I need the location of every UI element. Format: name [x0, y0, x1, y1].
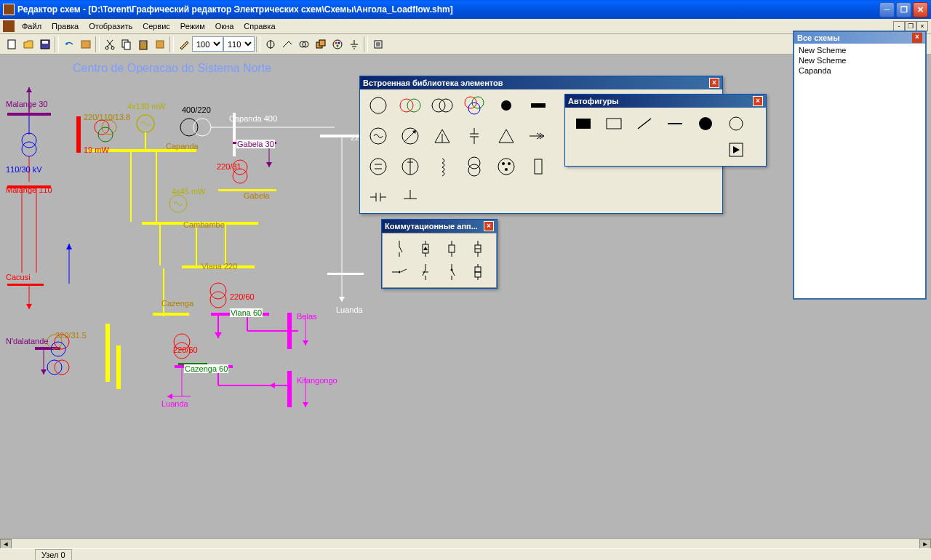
palette-library-title[interactable]: Встроенная библиотека элементов × [360, 76, 722, 89]
sw-7[interactable] [439, 261, 464, 283]
scheme-item-1[interactable]: New Scheme [797, 45, 922, 55]
cut-button[interactable] [101, 36, 118, 52]
palette-switches-close[interactable]: × [484, 221, 494, 231]
svg-rect-80 [287, 313, 292, 349]
label-220-60a: 220/60 [230, 292, 255, 301]
node-button[interactable] [262, 36, 279, 52]
line-button[interactable] [279, 36, 295, 52]
sw-1[interactable] [387, 238, 412, 260]
mdi-restore[interactable]: ❐ [905, 21, 916, 31]
elem-eq[interactable] [364, 155, 392, 178]
elem-2circ[interactable] [428, 94, 456, 117]
list-button[interactable] [369, 36, 386, 52]
shape-line[interactable] [661, 112, 689, 135]
shape-line-diag[interactable] [631, 112, 658, 135]
menu-file[interactable]: Файл [17, 20, 46, 32]
save-button[interactable] [36, 36, 53, 52]
svg-rect-98 [327, 273, 364, 275]
menu-service[interactable]: Сервис [138, 20, 175, 32]
mdi-minimize[interactable]: - [893, 21, 905, 31]
color-button[interactable] [329, 36, 345, 52]
ground-button[interactable] [345, 36, 362, 52]
shape-circle[interactable] [722, 112, 750, 135]
dock-all-schemes[interactable]: Все схемы × New Scheme New Scheme Capand… [793, 31, 927, 300]
elem-rect[interactable] [524, 155, 552, 178]
svg-point-101 [400, 99, 413, 112]
hscroll-left[interactable]: ◄ [0, 539, 12, 549]
sw-3[interactable] [439, 238, 464, 260]
canvas[interactable]: Centro de Operacao do Sistema Norte [0, 55, 931, 538]
shape-rect[interactable] [600, 112, 628, 135]
palette-switches-title[interactable]: Коммутационные апп... × [382, 220, 497, 233]
maximize-button[interactable]: ❐ [896, 2, 911, 17]
svg-point-33 [22, 142, 36, 156]
elem-dot[interactable] [492, 94, 520, 117]
elem-circle[interactable] [364, 94, 392, 117]
menu-edit[interactable]: Правка [47, 20, 83, 32]
shape-tri-play[interactable] [722, 138, 750, 161]
sw-4[interactable] [466, 238, 490, 260]
elem-circline[interactable] [396, 155, 424, 178]
sw-5[interactable] [387, 261, 412, 283]
menu-mode[interactable]: Режим [176, 20, 209, 32]
hscrollbar[interactable]: ◄ ► [0, 538, 931, 548]
menu-help[interactable]: Справка [239, 20, 279, 32]
hscroll-right[interactable]: ► [919, 539, 931, 549]
sw-2[interactable] [413, 238, 438, 260]
elem-cap[interactable] [460, 124, 488, 148]
svg-line-160 [401, 269, 407, 272]
dock-title[interactable]: Все схемы × [794, 32, 925, 44]
palette-library-close[interactable]: × [709, 78, 719, 88]
elem-gnd[interactable] [396, 185, 424, 209]
label-gabela: Gabela [244, 191, 269, 200]
svg-point-100 [370, 97, 386, 113]
elem-2circ-v[interactable] [460, 155, 488, 178]
close-button[interactable]: ✕ [913, 2, 928, 17]
open-button[interactable] [20, 36, 36, 52]
new-button[interactable] [3, 36, 20, 52]
scheme-item-3[interactable]: Capanda [797, 65, 922, 76]
elem-tri[interactable] [428, 124, 456, 148]
minimize-button[interactable]: ─ [879, 2, 895, 17]
menu-windows[interactable]: Окна [211, 20, 239, 32]
label-belas: Belas [297, 312, 317, 321]
sw-8[interactable] [466, 261, 490, 283]
sw-6[interactable] [413, 261, 438, 283]
tool-a[interactable] [77, 36, 94, 52]
elem-coil[interactable] [428, 155, 456, 178]
copy-button[interactable] [118, 36, 135, 52]
hscroll-track[interactable] [12, 539, 919, 548]
pencil-button[interactable] [175, 36, 192, 52]
svg-point-125 [468, 157, 480, 169]
svg-line-146 [399, 247, 402, 252]
elem-circ-dots[interactable] [492, 155, 520, 178]
elem-arrow-circ[interactable] [396, 124, 424, 148]
circles-button[interactable] [295, 36, 312, 52]
label-kifangongo: Kifangongo [297, 376, 337, 385]
zoom-select-2[interactable]: 110 [223, 36, 255, 52]
elem-2circ-color[interactable] [396, 94, 424, 117]
elem-bar[interactable] [524, 94, 552, 117]
palette-autoshapes-title[interactable]: Автофигуры × [565, 95, 766, 108]
undo-button[interactable] [60, 36, 77, 52]
tool-b[interactable] [151, 36, 168, 52]
elem-3circ[interactable] [460, 94, 488, 117]
shape-circle-fill[interactable] [692, 112, 719, 135]
svg-point-130 [505, 168, 508, 171]
paste-button[interactable] [135, 36, 151, 52]
elem-source[interactable] [364, 124, 392, 148]
scheme-item-2[interactable]: New Scheme [797, 55, 922, 65]
palette-autoshapes-close[interactable]: × [753, 96, 763, 106]
elem-tri2[interactable] [492, 124, 520, 148]
dock-close[interactable]: × [912, 33, 922, 43]
elem-cap2[interactable] [364, 185, 392, 209]
elem-arrow[interactable] [524, 124, 552, 148]
zoom-select-1[interactable]: 100 [192, 36, 223, 52]
tool-c[interactable] [312, 36, 329, 52]
label-cacusi: Cacusi [6, 273, 31, 281]
menu-display[interactable]: Отобразить [84, 20, 137, 32]
palette-switches[interactable]: Коммутационные апп... × [381, 219, 498, 289]
mdi-close[interactable]: × [916, 21, 928, 31]
palette-autoshapes[interactable]: Автофигуры × [564, 94, 767, 167]
shape-rect-fill[interactable] [570, 112, 597, 135]
